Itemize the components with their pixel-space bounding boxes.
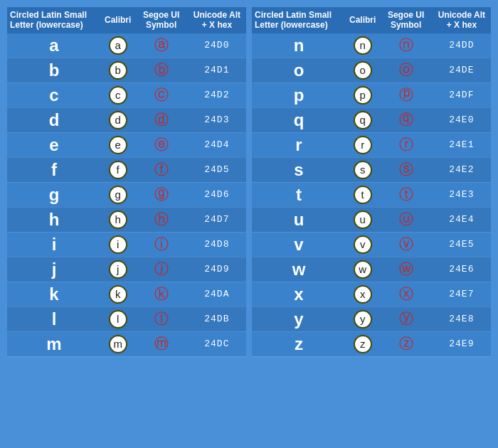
hex-cell: 24DD: [433, 33, 491, 58]
calibri-cell: f: [101, 157, 134, 182]
calibri-cell: t: [346, 182, 379, 207]
circled-char-calibri: m: [109, 335, 127, 353]
circled-char-calibri: f: [109, 161, 127, 179]
hex-cell: 24D8: [188, 232, 246, 257]
circled-char-symbol: ⓞ: [399, 60, 413, 80]
letter-cell: d: [7, 107, 101, 132]
symbol-cell: ⓥ: [379, 232, 432, 257]
calibri-cell: o: [346, 58, 379, 82]
letter-cell: n: [252, 33, 346, 58]
circled-char-symbol: ⓗ: [154, 210, 169, 229]
calibri-cell: p: [346, 82, 379, 107]
hex-cell: 24E4: [433, 207, 491, 232]
table-row: ddⓓ24D3: [7, 107, 246, 132]
symbol-cell: ⓑ: [134, 58, 187, 82]
circled-char-calibri: r: [354, 136, 372, 154]
circled-char-symbol: ⓔ: [154, 135, 169, 154]
calibri-cell: y: [346, 306, 379, 331]
calibri-cell: a: [101, 33, 134, 58]
symbol-cell: ⓩ: [379, 331, 432, 356]
hex-cell: 24D9: [188, 257, 246, 282]
hex-cell: 24E6: [433, 257, 491, 282]
table-row: mmⓜ24DC: [7, 331, 246, 356]
hex-cell: 24DC: [188, 331, 246, 356]
hex-cell: 24D0: [188, 33, 246, 58]
main-wrapper: Circled Latin Small Letter (lowercase) C…: [7, 7, 491, 357]
symbol-cell: ⓘ: [134, 232, 187, 257]
letter-cell: t: [252, 182, 346, 207]
calibri-cell: z: [346, 331, 379, 356]
left-table-container: Circled Latin Small Letter (lowercase) C…: [7, 7, 246, 357]
hex-cell: 24E1: [433, 132, 491, 157]
symbol-cell: ⓧ: [379, 282, 432, 306]
calibri-cell: e: [101, 132, 134, 157]
calibri-cell: w: [346, 257, 379, 282]
hex-cell: 24D1: [188, 58, 246, 82]
letter-cell: v: [252, 232, 346, 257]
circled-char-symbol: ⓐ: [154, 36, 169, 55]
hex-cell: 24E7: [433, 282, 491, 306]
symbol-cell: ⓕ: [134, 157, 187, 182]
symbol-cell: ⓟ: [379, 82, 432, 107]
table-row: aaⓐ24D0: [7, 33, 246, 58]
symbol-cell: ⓦ: [379, 257, 432, 282]
right-table-container: Circled Latin Small Letter (lowercase) C…: [252, 7, 491, 357]
circled-char-symbol: ⓦ: [399, 260, 413, 279]
circled-char-symbol: ⓠ: [399, 110, 413, 129]
calibri-cell: h: [101, 207, 134, 232]
circled-char-symbol: ⓨ: [399, 309, 413, 329]
hex-cell: 24DF: [433, 82, 491, 107]
hex-cell: 24E8: [433, 306, 491, 331]
circled-char-calibri: y: [354, 310, 372, 329]
hex-cell: 24D4: [188, 132, 246, 157]
letter-cell: h: [7, 207, 101, 232]
calibri-cell: i: [101, 232, 134, 257]
table-row: eeⓔ24D4: [7, 132, 246, 157]
circled-char-calibri: j: [109, 260, 127, 279]
hex-cell: 24D6: [188, 182, 246, 207]
circled-char-calibri: a: [109, 36, 127, 55]
symbol-cell: ⓤ: [379, 207, 432, 232]
calibri-cell: k: [101, 282, 134, 306]
table-row: xxⓧ24E7: [252, 282, 491, 306]
symbol-cell: ⓞ: [379, 58, 432, 82]
circled-char-symbol: ⓡ: [399, 135, 413, 154]
table-row: nnⓝ24DD: [252, 33, 491, 58]
symbol-cell: ⓔ: [134, 132, 187, 157]
table-row: ggⓖ24D6: [7, 182, 246, 207]
letter-cell: l: [7, 306, 101, 331]
circled-char-symbol: ⓧ: [399, 284, 413, 304]
letter-cell: s: [252, 157, 346, 182]
circled-char-symbol: ⓖ: [154, 185, 169, 204]
circled-char-symbol: ⓟ: [399, 85, 413, 105]
calibri-cell: c: [101, 82, 134, 107]
circled-char-symbol: ⓕ: [154, 160, 169, 179]
letter-cell: e: [7, 132, 101, 157]
symbol-cell: ⓙ: [134, 257, 187, 282]
letter-cell: z: [252, 331, 346, 356]
left-header-col1: Circled Latin Small Letter (lowercase): [7, 7, 101, 33]
circled-char-calibri: c: [109, 86, 127, 105]
circled-char-calibri: e: [109, 136, 127, 154]
letter-cell: a: [7, 33, 101, 58]
table-row: ssⓢ24E2: [252, 157, 491, 182]
table-row: ooⓞ24DE: [252, 58, 491, 82]
calibri-cell: j: [101, 257, 134, 282]
table-row: ppⓟ24DF: [252, 82, 491, 107]
letter-cell: j: [7, 257, 101, 282]
table-row: qqⓠ24E0: [252, 107, 491, 132]
table-row: rrⓡ24E1: [252, 132, 491, 157]
hex-cell: 24E3: [433, 182, 491, 207]
table-row: hhⓗ24D7: [7, 207, 246, 232]
circled-char-calibri: t: [354, 186, 372, 204]
circled-char-symbol: ⓑ: [154, 60, 169, 80]
table-row: ttⓣ24E3: [252, 182, 491, 207]
table-row: wwⓦ24E6: [252, 257, 491, 282]
letter-cell: w: [252, 257, 346, 282]
circled-char-symbol: ⓚ: [154, 284, 169, 304]
right-header-col2: Calibri: [346, 7, 379, 33]
hex-cell: 24D3: [188, 107, 246, 132]
letter-cell: b: [7, 58, 101, 82]
circled-char-calibri: w: [354, 260, 372, 279]
table-row: bbⓑ24D1: [7, 58, 246, 82]
